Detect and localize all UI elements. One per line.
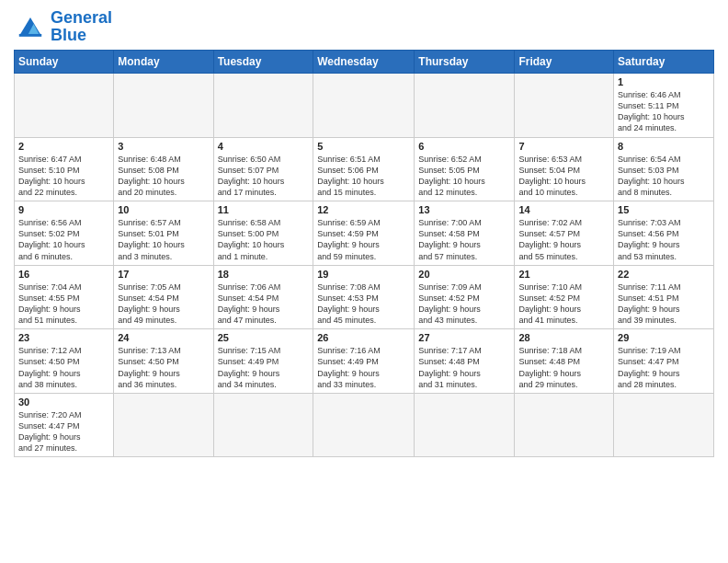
day-number: 12 [317, 204, 410, 215]
calendar-day [614, 393, 714, 457]
calendar-week-6: 30Sunrise: 7:20 AM Sunset: 4:47 PM Dayli… [15, 393, 714, 457]
day-info: Sunrise: 6:52 AM Sunset: 5:05 PM Dayligh… [418, 154, 510, 199]
day-number: 6 [418, 141, 510, 152]
calendar-day: 14Sunrise: 7:02 AM Sunset: 4:57 PM Dayli… [515, 201, 614, 266]
day-number: 16 [18, 269, 109, 280]
day-info: Sunrise: 7:03 AM Sunset: 4:56 PM Dayligh… [618, 217, 710, 262]
day-number: 5 [317, 141, 410, 152]
day-info: Sunrise: 7:18 AM Sunset: 4:48 PM Dayligh… [518, 345, 609, 390]
calendar-day [313, 74, 415, 138]
calendar: SundayMondayTuesdayWednesdayThursdayFrid… [14, 50, 714, 457]
day-number: 9 [18, 204, 109, 215]
day-info: Sunrise: 6:54 AM Sunset: 5:03 PM Dayligh… [618, 154, 710, 199]
day-number: 11 [218, 204, 310, 215]
calendar-day: 10Sunrise: 6:57 AM Sunset: 5:01 PM Dayli… [114, 201, 213, 266]
calendar-day: 24Sunrise: 7:13 AM Sunset: 4:50 PM Dayli… [114, 329, 213, 394]
calendar-week-3: 9Sunrise: 6:56 AM Sunset: 5:02 PM Daylig… [15, 201, 714, 266]
day-info: Sunrise: 7:11 AM Sunset: 4:51 PM Dayligh… [618, 282, 710, 327]
day-number: 25 [218, 332, 310, 343]
calendar-day: 26Sunrise: 7:16 AM Sunset: 4:49 PM Dayli… [313, 329, 415, 394]
calendar-header-tuesday: Tuesday [213, 51, 313, 74]
logo-icon [14, 14, 47, 40]
day-info: Sunrise: 6:53 AM Sunset: 5:04 PM Dayligh… [518, 154, 609, 199]
calendar-day: 22Sunrise: 7:11 AM Sunset: 4:51 PM Dayli… [614, 265, 714, 329]
day-number: 20 [418, 269, 510, 280]
day-info: Sunrise: 7:20 AM Sunset: 4:47 PM Dayligh… [18, 409, 109, 454]
day-info: Sunrise: 7:19 AM Sunset: 4:47 PM Dayligh… [618, 345, 710, 390]
day-info: Sunrise: 7:04 AM Sunset: 4:55 PM Dayligh… [18, 282, 109, 327]
day-info: Sunrise: 6:50 AM Sunset: 5:07 PM Dayligh… [218, 154, 310, 199]
day-info: Sunrise: 7:13 AM Sunset: 4:50 PM Dayligh… [118, 345, 209, 390]
day-info: Sunrise: 7:17 AM Sunset: 4:48 PM Dayligh… [418, 345, 510, 390]
day-number: 21 [518, 269, 609, 280]
day-number: 19 [317, 269, 410, 280]
day-info: Sunrise: 6:51 AM Sunset: 5:06 PM Dayligh… [317, 154, 410, 199]
calendar-week-5: 23Sunrise: 7:12 AM Sunset: 4:50 PM Dayli… [15, 329, 714, 394]
calendar-day: 1Sunrise: 6:46 AM Sunset: 5:11 PM Daylig… [614, 74, 714, 138]
calendar-header-saturday: Saturday [614, 51, 714, 74]
day-info: Sunrise: 6:59 AM Sunset: 4:59 PM Dayligh… [317, 217, 410, 262]
logo-text: GeneralBlue [51, 9, 112, 44]
day-info: Sunrise: 6:47 AM Sunset: 5:10 PM Dayligh… [18, 154, 109, 199]
day-number: 13 [418, 204, 510, 215]
calendar-day: 17Sunrise: 7:05 AM Sunset: 4:54 PM Dayli… [114, 265, 213, 329]
calendar-day: 8Sunrise: 6:54 AM Sunset: 5:03 PM Daylig… [614, 137, 714, 201]
calendar-day: 21Sunrise: 7:10 AM Sunset: 4:52 PM Dayli… [515, 265, 614, 329]
day-number: 18 [218, 269, 310, 280]
calendar-day: 19Sunrise: 7:08 AM Sunset: 4:53 PM Dayli… [313, 265, 415, 329]
day-info: Sunrise: 7:09 AM Sunset: 4:52 PM Dayligh… [418, 282, 510, 327]
calendar-day: 30Sunrise: 7:20 AM Sunset: 4:47 PM Dayli… [15, 393, 114, 457]
calendar-day: 28Sunrise: 7:18 AM Sunset: 4:48 PM Dayli… [515, 329, 614, 394]
day-number: 7 [518, 141, 609, 152]
day-info: Sunrise: 6:48 AM Sunset: 5:08 PM Dayligh… [118, 154, 209, 199]
day-number: 1 [618, 76, 710, 87]
logo: GeneralBlue [14, 9, 112, 44]
day-number: 23 [18, 332, 109, 343]
calendar-day [415, 74, 515, 138]
day-number: 24 [118, 332, 209, 343]
calendar-day: 4Sunrise: 6:50 AM Sunset: 5:07 PM Daylig… [213, 137, 313, 201]
calendar-week-1: 1Sunrise: 6:46 AM Sunset: 5:11 PM Daylig… [15, 74, 714, 138]
day-info: Sunrise: 6:57 AM Sunset: 5:01 PM Dayligh… [118, 217, 209, 262]
day-number: 14 [518, 204, 609, 215]
day-info: Sunrise: 7:02 AM Sunset: 4:57 PM Dayligh… [518, 217, 609, 262]
day-info: Sunrise: 7:10 AM Sunset: 4:52 PM Dayligh… [518, 282, 609, 327]
calendar-day [313, 393, 415, 457]
day-info: Sunrise: 6:56 AM Sunset: 5:02 PM Dayligh… [18, 217, 109, 262]
svg-rect-2 [19, 34, 41, 37]
calendar-week-2: 2Sunrise: 6:47 AM Sunset: 5:10 PM Daylig… [15, 137, 714, 201]
calendar-day: 13Sunrise: 7:00 AM Sunset: 4:58 PM Dayli… [415, 201, 515, 266]
day-number: 30 [18, 396, 109, 408]
calendar-day [515, 393, 614, 457]
calendar-day [415, 393, 515, 457]
page: GeneralBlue SundayMondayTuesdayWednesday… [0, 0, 728, 466]
calendar-day: 3Sunrise: 6:48 AM Sunset: 5:08 PM Daylig… [114, 137, 213, 201]
day-number: 3 [118, 141, 209, 152]
day-number: 29 [618, 332, 710, 343]
calendar-day: 12Sunrise: 6:59 AM Sunset: 4:59 PM Dayli… [313, 201, 415, 266]
calendar-day [515, 74, 614, 138]
day-info: Sunrise: 7:08 AM Sunset: 4:53 PM Dayligh… [317, 282, 410, 327]
calendar-day: 6Sunrise: 6:52 AM Sunset: 5:05 PM Daylig… [415, 137, 515, 201]
day-info: Sunrise: 7:06 AM Sunset: 4:54 PM Dayligh… [218, 282, 310, 327]
day-info: Sunrise: 7:15 AM Sunset: 4:49 PM Dayligh… [218, 345, 310, 390]
calendar-day [213, 393, 313, 457]
calendar-day: 11Sunrise: 6:58 AM Sunset: 5:00 PM Dayli… [213, 201, 313, 266]
day-number: 27 [418, 332, 510, 343]
calendar-day: 7Sunrise: 6:53 AM Sunset: 5:04 PM Daylig… [515, 137, 614, 201]
day-info: Sunrise: 7:05 AM Sunset: 4:54 PM Dayligh… [118, 282, 209, 327]
day-number: 4 [218, 141, 310, 152]
calendar-day: 9Sunrise: 6:56 AM Sunset: 5:02 PM Daylig… [15, 201, 114, 266]
logo-name: GeneralBlue [51, 8, 112, 44]
calendar-day [114, 74, 213, 138]
calendar-header-row: SundayMondayTuesdayWednesdayThursdayFrid… [15, 51, 714, 74]
calendar-header-friday: Friday [515, 51, 614, 74]
day-number: 26 [317, 332, 410, 343]
day-number: 17 [118, 269, 209, 280]
day-number: 28 [518, 332, 609, 343]
day-info: Sunrise: 6:58 AM Sunset: 5:00 PM Dayligh… [218, 217, 310, 262]
day-info: Sunrise: 6:46 AM Sunset: 5:11 PM Dayligh… [618, 89, 710, 134]
calendar-day: 16Sunrise: 7:04 AM Sunset: 4:55 PM Dayli… [15, 265, 114, 329]
calendar-day: 27Sunrise: 7:17 AM Sunset: 4:48 PM Dayli… [415, 329, 515, 394]
calendar-day: 18Sunrise: 7:06 AM Sunset: 4:54 PM Dayli… [213, 265, 313, 329]
